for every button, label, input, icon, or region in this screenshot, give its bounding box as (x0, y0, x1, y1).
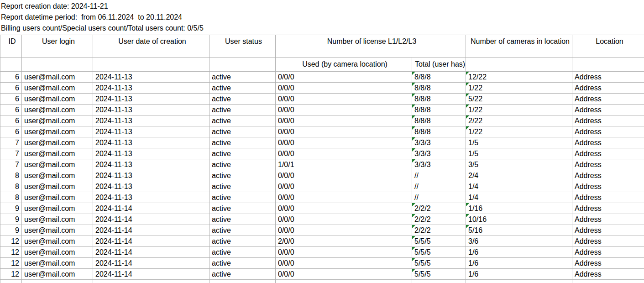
cell-location[interactable]: Address (572, 247, 644, 258)
col-header-license-group[interactable]: Number of license L1/L2/L3 (276, 35, 466, 58)
cell-location[interactable]: Address (572, 269, 644, 280)
cell-cameras-count[interactable]: 10/16 (466, 214, 572, 225)
cell-user-status[interactable]: active (209, 225, 276, 236)
cell-date-of-creation[interactable]: 2024-11-13 (93, 170, 209, 181)
cell-date-of-creation[interactable]: 2024-11-13 (93, 94, 209, 105)
cell-cameras-count[interactable]: 3/6 (466, 236, 572, 247)
cell-license-total[interactable]: 3/3/3 (412, 137, 466, 148)
cell-date-of-creation[interactable]: 2024-11-13 (93, 159, 209, 170)
cell-license-total[interactable]: 8/8/8 (412, 72, 466, 83)
cell-id[interactable]: 9 (0, 225, 22, 236)
cell-id[interactable]: 6 (0, 115, 22, 126)
cell-license-total[interactable]: 8/8/8 (412, 83, 466, 94)
cell-user-status[interactable]: active (209, 181, 276, 192)
cell-date-of-creation[interactable]: 2024-11-14 (93, 236, 209, 247)
cell-date-of-creation[interactable]: 2024-11-13 (93, 181, 209, 192)
cell-cameras-count[interactable]: 2/4 (466, 170, 572, 181)
col-header-user-date-of-creation[interactable]: User date of creation (93, 35, 209, 58)
cell-user-status[interactable]: active (209, 159, 276, 170)
cell-user-status[interactable]: active (209, 148, 276, 159)
cell-user-login[interactable]: user@mail.com (22, 258, 93, 269)
cell-license-total[interactable]: 8/8/8 (412, 126, 466, 137)
cell-id[interactable]: 6 (0, 126, 22, 137)
cell-date-of-creation[interactable]: 2024-11-14 (93, 269, 209, 280)
cell-date-of-creation[interactable]: 2024-11-13 (93, 83, 209, 94)
cell-license-total[interactable]: 5/5/5 (412, 258, 466, 269)
cell-license-total[interactable]: 8/8/8 (412, 94, 466, 105)
cell-date-of-creation[interactable]: 2024-11-13 (93, 148, 209, 159)
cell-license-used[interactable]: 0/0/0 (276, 247, 412, 258)
cell-user-status[interactable]: active (209, 258, 276, 269)
cell-license-used[interactable]: 0/0/0 (276, 94, 412, 105)
cell-id[interactable]: 12 (0, 258, 22, 269)
cell-license-total[interactable]: 2/2/2 (412, 203, 466, 214)
cell-date-of-creation[interactable]: 2024-11-13 (93, 192, 209, 203)
cell-date-of-creation[interactable]: 2024-11-13 (93, 105, 209, 115)
cell-location[interactable]: Address (572, 236, 644, 247)
col-header-user-login[interactable]: User login (22, 35, 93, 58)
empty-subheader-cell[interactable] (93, 58, 209, 72)
cell-license-total[interactable]: 5/5/5 (412, 236, 466, 247)
cell-license-used[interactable]: 0/0/0 (276, 72, 412, 83)
cell-license-used[interactable]: 0/0/0 (276, 115, 412, 126)
cell-date-of-creation[interactable]: 2024-11-13 (93, 126, 209, 137)
cell-license-used[interactable]: 0/0/0 (276, 225, 412, 236)
cell-user-status[interactable]: active (209, 269, 276, 280)
cell-cameras-count[interactable]: 3/5 (466, 159, 572, 170)
cell-license-total[interactable]: 2/2/2 (412, 214, 466, 225)
cell-license-used[interactable]: 0/0/0 (276, 170, 412, 181)
cell-user-login[interactable]: user@mail.com (22, 148, 93, 159)
cell-cameras-count[interactable]: 1/6 (466, 258, 572, 269)
cell-id[interactable]: 9 (0, 203, 22, 214)
cell-cameras-count[interactable]: 5/16 (466, 225, 572, 236)
cell-user-status[interactable]: active (209, 83, 276, 94)
cell-location[interactable]: Address (572, 181, 644, 192)
cell-location[interactable]: Address (572, 148, 644, 159)
cell-date-of-creation[interactable]: 2024-11-14 (93, 225, 209, 236)
cell-license-total[interactable]: // (412, 170, 466, 181)
cell-user-status[interactable]: active (209, 72, 276, 83)
col-header-location[interactable]: Location (572, 35, 644, 58)
cell-cameras-count[interactable]: 1/22 (466, 126, 572, 137)
cell-cameras-count[interactable]: 1/22 (466, 105, 572, 115)
cell-location[interactable]: Address (572, 225, 644, 236)
cell-date-of-creation[interactable]: 2024-11-14 (93, 258, 209, 269)
cell-location[interactable]: Address (572, 126, 644, 137)
cell-user-status[interactable]: active (209, 137, 276, 148)
cell-license-used[interactable]: 2/0/0 (276, 236, 412, 247)
cell-license-used[interactable]: 0/0/0 (276, 83, 412, 94)
cell-user-login[interactable]: user@mail.com (22, 170, 93, 181)
cell-user-login[interactable]: user@mail.com (22, 269, 93, 280)
cell-license-total[interactable]: 8/8/8 (412, 115, 466, 126)
cell-location[interactable]: Address (572, 203, 644, 214)
cell-user-status[interactable]: active (209, 203, 276, 214)
cell-cameras-count[interactable]: 5/22 (466, 94, 572, 105)
cell-cameras-count[interactable]: 12/22 (466, 72, 572, 83)
cell-location[interactable]: Address (572, 105, 644, 115)
empty-subheader-cell[interactable] (0, 58, 22, 72)
cell-location[interactable]: Address (572, 94, 644, 105)
cell-date-of-creation[interactable]: 2024-11-14 (93, 203, 209, 214)
cell-user-login[interactable]: user@mail.com (22, 214, 93, 225)
cell-id[interactable]: 6 (0, 94, 22, 105)
col-subheader-license-used[interactable]: Used (by camera location) (276, 58, 412, 72)
cell-license-used[interactable]: 0/0/0 (276, 214, 412, 225)
cell-id[interactable]: 7 (0, 159, 22, 170)
cell-license-total[interactable]: // (412, 181, 466, 192)
cell-user-status[interactable]: active (209, 192, 276, 203)
cell-cameras-count[interactable]: 1/22 (466, 83, 572, 94)
cell-user-login[interactable]: user@mail.com (22, 137, 93, 148)
cell-date-of-creation[interactable]: 2024-11-13 (93, 115, 209, 126)
cell-cameras-count[interactable]: 1/5 (466, 137, 572, 148)
cell-cameras-count[interactable]: 1/16 (466, 203, 572, 214)
cell-date-of-creation[interactable]: 2024-11-14 (93, 247, 209, 258)
cell-location[interactable]: Address (572, 258, 644, 269)
cell-location[interactable]: Address (572, 159, 644, 170)
cell-id[interactable]: 8 (0, 192, 22, 203)
cell-id[interactable]: 8 (0, 170, 22, 181)
cell-date-of-creation[interactable]: 2024-11-13 (93, 137, 209, 148)
cell-license-used[interactable]: 0/0/0 (276, 192, 412, 203)
col-header-id[interactable]: ID (0, 35, 22, 58)
cell-id[interactable]: 6 (0, 105, 22, 115)
cell-id[interactable]: 8 (0, 181, 22, 192)
